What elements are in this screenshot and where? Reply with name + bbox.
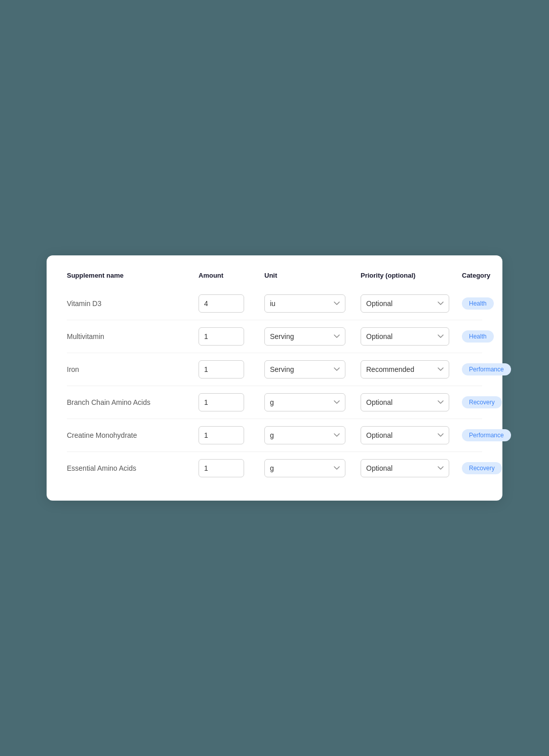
header-priority: Priority (optional) (361, 272, 462, 279)
priority-select[interactable]: OptionalRecommendedEssential (361, 327, 449, 346)
unit-select[interactable]: iumggmcgServing (264, 426, 345, 444)
category-cell: Performance (462, 429, 528, 441)
priority-select[interactable]: OptionalRecommendedEssential (361, 393, 449, 411)
table-row: Branch Chain Amino AcidsiumggmcgServingO… (67, 386, 482, 419)
unit-select[interactable]: iumggmcgServing (264, 327, 345, 346)
amount-input[interactable] (199, 426, 244, 444)
category-cell: Recovery (462, 396, 528, 408)
amount-input[interactable] (199, 393, 244, 411)
supplement-table-card: Supplement name Amount Unit Priority (op… (47, 255, 502, 501)
header-amount: Amount (199, 272, 264, 279)
unit-cell: iumggmcgServing (264, 459, 361, 477)
priority-cell: OptionalRecommendedEssential (361, 327, 462, 346)
table-row: Essential Amino AcidsiumggmcgServingOpti… (67, 452, 482, 484)
amount-input[interactable] (199, 459, 244, 477)
supplement-name: Creatine Monohydrate (67, 431, 199, 439)
priority-select[interactable]: OptionalRecommendedEssential (361, 459, 449, 477)
unit-cell: iumggmcgServing (264, 294, 361, 313)
category-badge: Health (462, 330, 494, 343)
unit-cell: iumggmcgServing (264, 393, 361, 411)
supplement-name: Multivitamin (67, 332, 199, 341)
priority-cell: OptionalRecommendedEssential (361, 294, 462, 313)
category-badge: Recovery (462, 462, 502, 474)
category-badge: Performance (462, 363, 511, 375)
priority-cell: OptionalRecommendedEssential (361, 459, 462, 477)
unit-cell: iumggmcgServing (264, 327, 361, 346)
amount-cell (199, 426, 264, 444)
unit-select[interactable]: iumggmcgServing (264, 294, 345, 313)
amount-cell (199, 393, 264, 411)
supplement-name: Branch Chain Amino Acids (67, 398, 199, 406)
priority-cell: OptionalRecommendedEssential (361, 360, 462, 379)
table-header: Supplement name Amount Unit Priority (op… (67, 272, 482, 287)
priority-cell: OptionalRecommendedEssential (361, 426, 462, 444)
category-badge: Recovery (462, 396, 502, 408)
table-row: Vitamin D3iumggmcgServingOptionalRecomme… (67, 287, 482, 320)
table-row: Creatine MonohydrateiumggmcgServingOptio… (67, 419, 482, 452)
unit-cell: iumggmcgServing (264, 426, 361, 444)
amount-cell (199, 459, 264, 477)
amount-cell (199, 327, 264, 346)
category-cell: Performance (462, 363, 528, 375)
supplement-name: Vitamin D3 (67, 299, 199, 308)
unit-select[interactable]: iumggmcgServing (264, 360, 345, 379)
category-cell: Health (462, 330, 528, 343)
header-unit: Unit (264, 272, 361, 279)
header-category: Category (462, 272, 528, 279)
table-row: MultivitaminiumggmcgServingOptionalRecom… (67, 320, 482, 353)
category-badge: Performance (462, 429, 511, 441)
amount-input[interactable] (199, 294, 244, 313)
category-badge: Health (462, 297, 494, 310)
header-name: Supplement name (67, 272, 199, 279)
supplement-name: Iron (67, 365, 199, 373)
amount-input[interactable] (199, 360, 244, 379)
priority-select[interactable]: OptionalRecommendedEssential (361, 426, 449, 444)
table-row: IroniumggmcgServingOptionalRecommendedEs… (67, 353, 482, 386)
amount-cell (199, 294, 264, 313)
unit-cell: iumggmcgServing (264, 360, 361, 379)
table-rows: Vitamin D3iumggmcgServingOptionalRecomme… (67, 287, 482, 484)
supplement-name: Essential Amino Acids (67, 464, 199, 472)
priority-select[interactable]: OptionalRecommendedEssential (361, 360, 449, 379)
category-cell: Health (462, 297, 528, 310)
unit-select[interactable]: iumggmcgServing (264, 393, 345, 411)
amount-input[interactable] (199, 327, 244, 346)
unit-select[interactable]: iumggmcgServing (264, 459, 345, 477)
priority-select[interactable]: OptionalRecommendedEssential (361, 294, 449, 313)
priority-cell: OptionalRecommendedEssential (361, 393, 462, 411)
category-cell: Recovery (462, 462, 528, 474)
amount-cell (199, 360, 264, 379)
